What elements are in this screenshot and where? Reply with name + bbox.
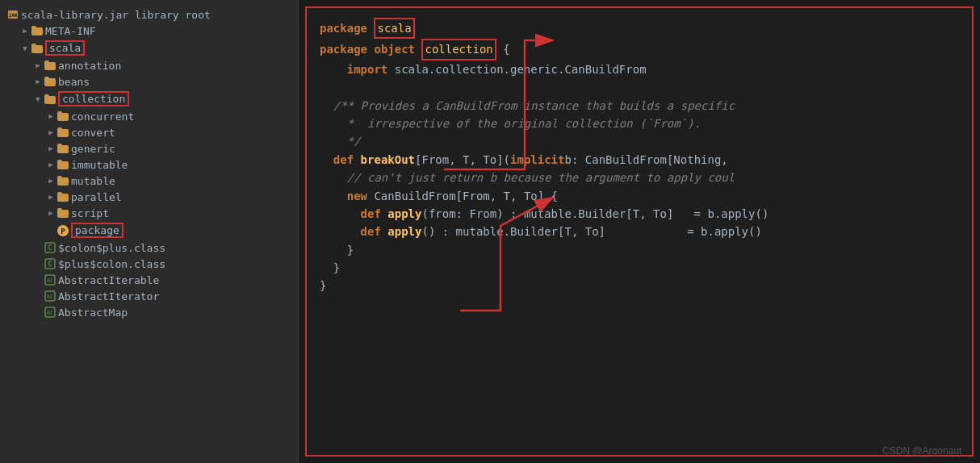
file-tree: JAR scala-library.jar library root ▶ MET… [0,0,299,463]
fn-apply2: apply [387,223,421,240]
tree-item-generic[interactable]: ▶ generic [0,140,298,156]
class-icon: C [44,257,57,270]
tree-label: package [71,223,124,238]
svg-text:P: P [61,227,65,236]
code-line-comment4: // can't just return b because the argum… [320,169,959,186]
keyword-def3: def [361,223,381,240]
chevron-icon: ▶ [45,128,57,136]
chevron-icon: ▶ [45,193,57,201]
folder-icon [44,75,57,88]
code-line-breakout: def breakOut [From, T, To]( implicit b: … [320,151,959,169]
watermark: CSDN @Argonaut_ [882,445,967,457]
tree-label: script [71,207,109,219]
code-line-apply2: def apply () : mutable.Builder[T, To] = … [320,223,959,240]
tree-item-script[interactable]: ▶ script [0,205,298,221]
tree-label: scala-library.jar library root [21,9,211,21]
tree-item-colon-plus[interactable]: C $colon$plus.class [0,240,298,256]
svg-text:C: C [48,244,52,252]
keyword-package: package [320,19,367,37]
tree-label: $plus$colon.class [58,258,165,270]
chevron-icon: ▼ [32,95,44,103]
keyword-package2: package [320,40,367,58]
code-line-brace1: } [320,241,959,259]
chevron-icon: ▶ [45,177,57,185]
folder-icon [44,59,57,72]
chevron-icon: ▶ [32,61,44,69]
highlighted-scala: scala [374,18,414,39]
folder-icon [57,142,69,155]
code-line-comment2: * irrespective of the original collectio… [320,115,959,132]
tree-label: convert [71,127,115,139]
code-line-2: package object collection { [320,39,959,60]
folder-icon [57,190,69,203]
chevron-icon: ▶ [45,161,57,169]
abstract-class-icon: AC [44,290,57,302]
chevron-icon: ▶ [45,144,57,152]
svg-text:JAR: JAR [9,12,18,18]
abstract-class-icon: AC [44,306,57,319]
tree-label: annotation [58,60,121,72]
tree-item-concurrent[interactable]: ▶ concurrent [0,108,298,124]
tree-label: META-INF [45,25,96,37]
svg-text:C: C [48,261,52,268]
tree-item-mutable[interactable]: ▶ mutable [0,173,298,189]
tree-label: parallel [71,191,122,203]
code-line-comment1: /** Provides a CanBuildFrom instance tha… [320,97,959,115]
abstract-class-icon: AC [44,273,57,286]
chevron-icon: ▶ [19,27,31,35]
folder-icon [57,126,69,139]
tree-item-annotation[interactable]: ▶ annotation [0,57,298,73]
code-line-comment3: */ [320,132,959,150]
keyword-def2: def [361,205,381,223]
tree-item-immutable[interactable]: ▶ immutable [0,156,298,173]
svg-text:AC: AC [47,277,53,284]
keyword-def: def [333,151,354,169]
scala-folder-icon [31,42,44,55]
folder-icon [57,206,69,219]
chevron-icon: ▶ [32,77,44,86]
tree-label: immutable [71,159,128,171]
svg-text:AC: AC [47,310,53,316]
code-line-new: new CanBuildFrom[From, T, To] { [320,187,959,205]
tree-item-meta-inf[interactable]: ▶ META-INF [0,23,298,39]
tree-label: $colon$plus.class [58,242,165,254]
folder-icon [57,158,69,171]
code-line-empty [320,78,959,96]
package-object-icon: P [57,224,69,237]
folder-icon [57,174,69,187]
chevron-icon: ▼ [19,44,31,52]
tree-item-convert[interactable]: ▶ convert [0,124,298,140]
tree-label: collection [58,91,129,106]
tree-item-scala-library[interactable]: JAR scala-library.jar library root [0,6,298,23]
tree-item-abstract-iterator[interactable]: AC AbstractIterator [0,288,298,304]
keyword-import: import [347,60,388,78]
chevron-icon: ▶ [45,209,57,217]
class-icon: C [44,241,57,254]
tree-item-collection[interactable]: ▼ collection [0,90,298,108]
svg-text:AC: AC [47,294,53,300]
jar-icon: JAR [6,8,19,21]
chevron-icon: ▶ [45,112,57,120]
tree-label: generic [71,143,115,155]
tree-item-scala[interactable]: ▼ scala [0,39,298,57]
tree-label: AbstractIterator [58,290,159,302]
folder-icon [31,24,44,37]
keyword-new: new [347,187,367,205]
keyword-object: object [374,40,415,58]
tree-item-parallel[interactable]: ▶ parallel [0,189,298,205]
tree-item-beans[interactable]: ▶ beans [0,73,298,90]
folder-icon [44,93,57,106]
tree-label: AbstractIterable [58,274,159,286]
tree-item-package[interactable]: P package [0,221,298,240]
tree-label: scala [45,40,85,56]
code-container: package scala package object collection … [305,6,974,457]
tree-item-plus-colon[interactable]: C $plus$colon.class [0,256,298,272]
tree-label: mutable [71,175,115,187]
tree-label: beans [58,76,90,88]
code-line-3: import scala.collection.generic.CanBuild… [320,60,959,78]
fn-breakout: breakOut [361,151,415,169]
tree-item-abstract-iterable[interactable]: AC AbstractIterable [0,272,298,288]
fn-apply1: apply [387,205,421,223]
tree-label: concurrent [71,111,134,123]
tree-item-abstract-map[interactable]: AC AbstractMap [0,304,298,320]
